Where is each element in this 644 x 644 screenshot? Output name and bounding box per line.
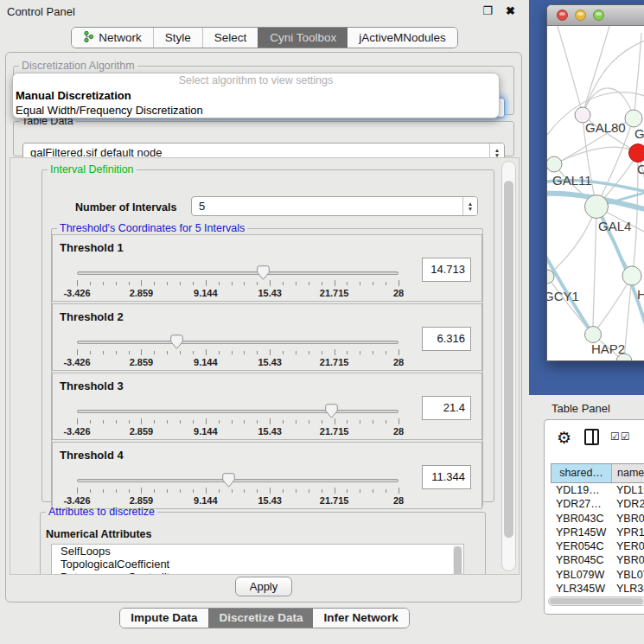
close-light[interactable] — [557, 10, 568, 21]
table-horizontal-scrollbar[interactable] — [548, 596, 644, 606]
slider-track[interactable] — [77, 479, 399, 482]
table-row[interactable]: YDR27…YDR27… — [551, 497, 644, 511]
cell-name[interactable]: YPR145W — [611, 526, 644, 539]
column-header-name[interactable]: name — [612, 464, 644, 482]
axis-tick-label: 28 — [393, 357, 404, 367]
zoom-light[interactable] — [593, 10, 604, 21]
network-edge[interactable] — [547, 207, 596, 277]
cell-name[interactable]: YDL19… — [611, 483, 644, 497]
close-window-icon[interactable]: ✖ — [506, 4, 515, 17]
settings-gear-icon[interactable]: ⚙ — [557, 428, 571, 448]
table-row[interactable]: YPR145WYPR145W — [551, 526, 644, 539]
network-edge[interactable] — [558, 26, 583, 115]
vertical-scrollbar[interactable] — [501, 161, 516, 571]
table-row[interactable]: YLR345WYLR345W — [551, 582, 644, 596]
tab-discretize-data[interactable]: Discretize Data — [208, 609, 314, 628]
threshold-value-field[interactable]: 14.713 — [422, 258, 471, 282]
threshold-value-field[interactable]: 11.344 — [422, 465, 471, 489]
cell-name[interactable]: YBL079W — [611, 568, 644, 582]
attribute-list-item[interactable]: SelfLoops — [52, 545, 463, 558]
table-row[interactable]: YER054CYER054C — [551, 539, 644, 553]
tab-jactivemnodules[interactable]: jActiveMNodules — [348, 28, 457, 48]
network-edge[interactable] — [593, 276, 632, 335]
slider-handle[interactable] — [222, 473, 235, 488]
slider-track[interactable] — [77, 341, 399, 344]
threshold-slider-2[interactable]: -3.4262.8599.14415.4321.71528 — [77, 339, 399, 368]
cell-shared-name[interactable]: YDR27… — [551, 497, 611, 511]
axis-tick-label: -3.426 — [63, 426, 90, 437]
combobox-stepper-icon[interactable]: ▲ ▼ — [462, 197, 477, 215]
tab-infer-network[interactable]: Infer Network — [313, 609, 408, 628]
network-node[interactable] — [585, 327, 602, 343]
network-node[interactable] — [547, 156, 562, 172]
network-node[interactable] — [625, 110, 642, 127]
cell-shared-name[interactable]: YER054C — [551, 539, 611, 553]
tab-network[interactable]: Network — [72, 28, 153, 48]
cell-shared-name[interactable]: YBL079W — [551, 568, 611, 582]
network-canvas[interactable]: GAL80GACGAL11GAL4GCY1HHAP2 — [547, 26, 644, 360]
tick-mark — [360, 351, 360, 354]
network-node[interactable] — [622, 266, 641, 285]
list-scrollbar-thumb[interactable] — [454, 546, 462, 575]
network-edge[interactable] — [554, 147, 638, 164]
cell-shared-name[interactable]: YBR045C — [551, 553, 611, 567]
column-header-shared-name[interactable]: shared… — [552, 464, 612, 482]
vertical-scrollbar-thumb[interactable] — [504, 181, 513, 538]
slider-handle[interactable] — [170, 335, 183, 349]
dropdown-placeholder-item[interactable]: Select algorithm to view settings — [13, 73, 499, 88]
tab-cyni-toolbox[interactable]: Cyni Toolbox — [258, 28, 348, 48]
threshold-slider-3[interactable]: -3.4262.8599.14415.4321.71528 — [77, 408, 399, 437]
float-window-icon[interactable]: ❐ — [482, 4, 493, 17]
slider-handle[interactable] — [325, 404, 338, 418]
slider-track[interactable] — [77, 410, 399, 413]
tab-select[interactable]: Select — [202, 28, 258, 48]
cell-name[interactable]: YBR043C — [611, 512, 644, 526]
dropdown-item[interactable]: Manual Discretization — [13, 88, 499, 103]
cell-shared-name[interactable]: YBR043C — [551, 512, 611, 526]
network-edge[interactable] — [593, 207, 596, 335]
minimize-light[interactable] — [575, 10, 586, 21]
axis-tick-label: 2.859 — [130, 288, 154, 298]
table-horizontal-scrollbar-thumb[interactable] — [550, 598, 643, 604]
table-row[interactable]: YBL079WYBL079W — [551, 568, 644, 582]
slider-handle[interactable] — [257, 265, 270, 280]
cell-name[interactable]: YBR045C — [611, 553, 644, 567]
table-row[interactable]: YBR045CYBR045C — [551, 553, 644, 567]
attribute-list-item[interactable]: TopologicalCoefficient — [52, 558, 463, 571]
list-scrollbar[interactable] — [453, 545, 462, 575]
threshold-value-field[interactable]: 21.4 — [422, 396, 471, 420]
split-columns-icon[interactable] — [584, 429, 599, 445]
cell-shared-name[interactable]: YDL19… — [551, 483, 611, 497]
right-region: GAL80GACGAL11GAL4GCY1HHAP2 Table Panel ⚙… — [529, 0, 644, 644]
threshold-value-field[interactable]: 6.316 — [422, 327, 471, 351]
network-edge[interactable] — [624, 276, 632, 361]
cell-name[interactable]: YDR27… — [611, 497, 644, 511]
network-window-titlebar[interactable] — [547, 5, 644, 26]
numerical-attributes-list[interactable]: SelfLoopsTopologicalCoefficientBetweenne… — [51, 544, 464, 575]
tick-mark — [154, 420, 155, 424]
screen: Control Panel ❐ ✖ NetworkStyleSelectCyni… — [0, 0, 644, 644]
dropdown-item[interactable]: Equal Width/Frequency Discretization — [13, 103, 499, 118]
network-node[interactable] — [585, 195, 609, 219]
apply-button[interactable]: Apply — [235, 577, 292, 596]
table-row[interactable]: YDL19…YDL19… — [551, 483, 644, 497]
threshold-box-2: Threshold 2-3.4262.8599.14415.4321.71528… — [52, 303, 482, 371]
threshold-slider-1[interactable]: -3.4262.8599.14415.4321.71528 — [77, 270, 399, 299]
number-of-intervals-combobox[interactable]: 5 ▲ ▼ — [191, 196, 478, 216]
slider-track[interactable] — [77, 271, 399, 275]
network-node[interactable] — [629, 144, 644, 163]
select-columns-icon[interactable]: ☑☑ — [610, 430, 631, 443]
tick-mark — [77, 280, 78, 286]
tab-impute-data[interactable]: Impute Data — [120, 609, 207, 628]
cell-name[interactable]: YER054C — [611, 539, 644, 553]
table-row[interactable]: YBR043CYBR043C — [551, 512, 644, 526]
tick-mark — [77, 349, 78, 355]
table-header-row: shared… name — [551, 463, 644, 483]
cell-name[interactable]: YLR345W — [611, 582, 644, 596]
tab-style[interactable]: Style — [153, 28, 202, 48]
cell-shared-name[interactable]: YPR145W — [551, 526, 611, 539]
threshold-slider-4[interactable]: -3.4262.8599.14415.4321.71528 — [77, 477, 399, 507]
cell-shared-name[interactable]: YLR345W — [551, 582, 611, 596]
tick-mark — [399, 418, 399, 424]
attribute-list-item[interactable]: BetweennessCentrality — [52, 571, 463, 575]
